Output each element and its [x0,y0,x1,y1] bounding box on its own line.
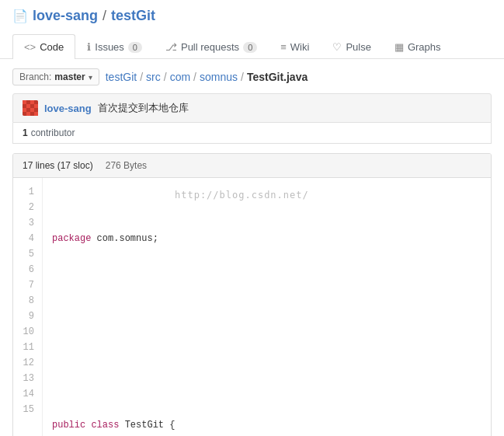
commit-avatar [23,100,38,116]
pr-icon: ⎇ [165,41,177,53]
line-num-15: 15 [21,402,34,417]
svg-rect-1 [23,100,26,104]
issues-icon: ℹ [87,41,91,53]
tab-pr-label: Pull requests [181,41,239,53]
code-line-3 [52,324,481,340]
contributor-label: contributor [31,127,75,138]
branch-caret-icon: ▾ [89,73,92,82]
tab-graphs-label: Graphs [408,41,441,53]
svg-rect-6 [26,112,30,116]
tab-wiki-label: Wiki [290,41,310,53]
tab-code[interactable]: <> Code [12,34,75,59]
branch-label: Branch: [19,72,51,82]
repo-icon: 📄 [12,9,28,23]
svg-rect-7 [30,108,34,112]
line-num-5: 5 [21,246,34,262]
line-num-7: 7 [21,277,34,293]
code-line-2 [52,277,481,293]
title-separator: / [103,8,106,24]
code-icon: <> [24,41,36,53]
code-line-4 [52,371,481,386]
graphs-icon: ▦ [395,41,404,53]
file-header: 17 lines (17 sloc) 276 Bytes [13,154,491,178]
svg-rect-4 [34,104,38,108]
line-num-3: 3 [21,215,34,231]
svg-rect-8 [34,112,38,116]
tab-wiki[interactable]: ≡ Wiki [269,34,321,59]
breadcrumb-sep-2: / [164,71,167,83]
tab-pulse[interactable]: ♡ Pulse [321,34,383,59]
contributor-count: 1 [23,127,28,138]
breadcrumb-src[interactable]: src [146,71,161,83]
main-content: Branch: master ▾ testGit / src / com / s… [0,59,504,436]
breadcrumb-sep-1: / [140,71,143,83]
tab-pulse-label: Pulse [346,41,371,53]
contributor-bar: 1 contributor [12,123,492,144]
file-nav: Branch: master ▾ testGit / src / com / s… [12,68,492,85]
line-num-4: 4 [21,231,34,246]
nav-tabs: <> Code ℹ Issues 0 ⎇ Pull requests 0 ≡ W… [12,33,492,58]
file-lines: 17 lines (17 sloc) [23,160,93,171]
line-num-1: 1 [21,184,34,200]
svg-rect-5 [23,108,26,112]
line-numbers: 1 2 3 4 5 6 7 8 9 10 11 12 13 14 15 [13,178,43,436]
code-line-1: package com.somnus; [52,231,481,246]
issues-badge: 0 [128,42,142,53]
branch-selector[interactable]: Branch: master ▾ [12,68,99,85]
commit-user[interactable]: love-sang [44,103,92,114]
code-content[interactable]: http://blog.csdn.net/ package com.somnus… [43,178,491,436]
line-num-9: 9 [21,309,34,324]
line-num-10: 10 [21,324,34,340]
file-box: 17 lines (17 sloc) 276 Bytes 1 2 3 4 5 6… [12,153,492,436]
tab-graphs[interactable]: ▦ Graphs [383,34,453,59]
tab-pull-requests[interactable]: ⎇ Pull requests 0 [154,34,269,59]
line-num-13: 13 [21,371,34,386]
branch-name: master [54,72,85,82]
repo-name-link[interactable]: testGit [111,8,155,24]
breadcrumb-sep-3: / [193,71,196,83]
commit-message: 首次提交到本地仓库 [98,101,189,115]
line-num-14: 14 [21,386,34,402]
commit-bar: love-sang 首次提交到本地仓库 [12,93,492,123]
line-num-12: 12 [21,355,34,371]
svg-rect-2 [26,104,30,108]
tab-issues-label: Issues [95,41,124,53]
file-size: 276 Bytes [106,160,147,171]
code-area: 1 2 3 4 5 6 7 8 9 10 11 12 13 14 15 http… [13,178,491,436]
breadcrumb-com[interactable]: com [170,71,190,83]
watermark: http://blog.csdn.net/ [175,187,309,203]
line-num-11: 11 [21,340,34,355]
breadcrumb: testGit / src / com / somnus / TestGit.j… [106,71,308,83]
breadcrumb-current-file: TestGit.java [247,71,308,83]
breadcrumb-testgit[interactable]: testGit [106,71,137,83]
tab-code-label: Code [40,41,64,53]
breadcrumb-somnus[interactable]: somnus [200,71,238,83]
svg-rect-3 [30,100,34,104]
pr-badge: 0 [243,42,257,53]
line-num-8: 8 [21,293,34,309]
page-header: 📄 love-sang / testGit <> Code ℹ Issues 0… [0,0,504,59]
pulse-icon: ♡ [332,41,342,53]
line-num-6: 6 [21,262,34,277]
line-num-2: 2 [21,200,34,215]
breadcrumb-sep-4: / [241,71,244,83]
repo-owner-link[interactable]: love-sang [33,8,98,24]
tab-issues[interactable]: ℹ Issues 0 [75,34,154,59]
wiki-icon: ≡ [280,41,287,53]
code-line-5: public class TestGit { [52,417,481,433]
repo-title: 📄 love-sang / testGit [12,8,492,30]
